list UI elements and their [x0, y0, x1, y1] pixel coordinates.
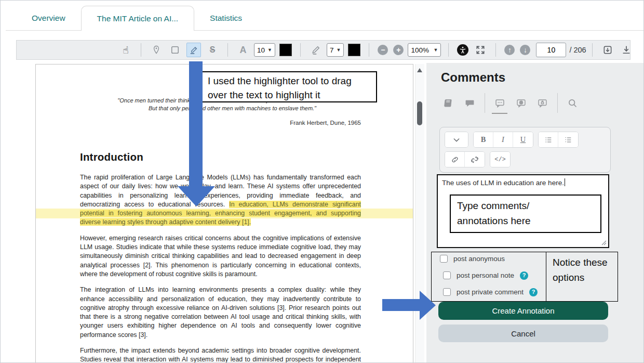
bold-button[interactable]: B: [474, 132, 493, 147]
export-icon[interactable]: [600, 43, 615, 57]
comment-editor-toolbar: B I U: [439, 127, 611, 173]
tab-statistics-label: Statistics: [210, 14, 242, 23]
icon-separator: [557, 93, 558, 113]
tab-overview-label: Overview: [32, 14, 65, 23]
accessibility-icon[interactable]: [457, 44, 468, 56]
unlink-icon: [471, 155, 479, 164]
quote-attribution: Frank Herbert, Dune, 1965: [104, 119, 361, 127]
options-note-text: Notice these options: [553, 255, 612, 285]
pin-tool-icon[interactable]: [149, 43, 164, 57]
toolbar-separator: [300, 43, 301, 57]
notes-icon[interactable]: [442, 97, 454, 109]
download-icon[interactable]: [619, 43, 634, 57]
icon-separator: [485, 93, 485, 113]
caret-down-icon: ▼: [267, 47, 272, 53]
create-annotation-button[interactable]: Create Annotation: [438, 302, 608, 320]
font-size-icon: A: [236, 43, 250, 57]
comment-text: The uses of LLM in education are here.: [442, 179, 564, 187]
list-ol-icon: [564, 136, 572, 144]
italic-button[interactable]: I: [493, 132, 513, 147]
pdf-toolbar: ☝ S A 10 ▼: [16, 40, 630, 60]
numbered-list-button[interactable]: [558, 132, 578, 147]
text-cursor: [565, 178, 565, 186]
toolbar-separator: [448, 43, 449, 57]
chevron-down-icon: [452, 136, 461, 144]
comment-note-callout: Type comments/ annotations here: [450, 195, 601, 233]
comments-title: Comments: [441, 70, 644, 85]
resize-handle-icon[interactable]: [601, 240, 607, 245]
stroke-color-swatch[interactable]: [348, 44, 360, 56]
paragraph-3: The integration of LLMs into learning en…: [80, 286, 361, 340]
zoom-in-icon[interactable]: +: [393, 45, 404, 55]
page-count-label: / 206: [569, 46, 586, 54]
bulleted-list-button[interactable]: [539, 132, 558, 147]
paragraph-2: However, emerging research raises critic…: [80, 234, 361, 279]
tabbar: Overview The MIT Article on AI... Statis…: [16, 6, 258, 31]
public-comments-filter-icon[interactable]: [515, 97, 527, 109]
comments-icon-row: [442, 93, 644, 113]
paragraph-4: Furthermore, the impact extends beyond a…: [80, 346, 361, 363]
right-arrow-annotation: [382, 290, 436, 320]
code-button[interactable]: </>: [490, 152, 510, 167]
next-page-icon[interactable]: ↓: [520, 45, 530, 55]
fullscreen-icon[interactable]: [473, 43, 488, 57]
scrollbar-thumb[interactable]: [417, 101, 422, 125]
link-icon: [451, 155, 459, 164]
strikeout-tool-icon[interactable]: S: [205, 43, 220, 57]
tab-statistics[interactable]: Statistics: [194, 6, 258, 31]
search-icon[interactable]: [566, 97, 579, 109]
toolbar-separator: [227, 43, 228, 57]
zoom-level-select[interactable]: 100% ▼: [408, 43, 441, 57]
zoom-out-icon[interactable]: −: [378, 45, 388, 55]
scroll-up-icon[interactable]: [417, 68, 422, 72]
stroke-size-select[interactable]: 7 ▼: [327, 43, 344, 57]
previous-page-icon[interactable]: ↑: [504, 45, 515, 55]
link-button[interactable]: [445, 152, 465, 167]
hand-tool-icon[interactable]: ☝: [118, 43, 133, 57]
expand-editor-toolbar-button[interactable]: [445, 132, 468, 147]
pencil-tool-icon[interactable]: [308, 43, 323, 57]
private-comments-filter-icon[interactable]: [536, 97, 548, 109]
caret-down-icon: ▼: [433, 47, 438, 53]
toolbar-separator: [369, 43, 369, 57]
font-color-swatch[interactable]: [279, 44, 292, 56]
toolbar-separator: [141, 43, 141, 57]
quote-line-2: But that only permitted other men with m…: [104, 105, 361, 112]
highlighter-tool-icon[interactable]: [186, 43, 201, 57]
paragraph-1: The rapid proliferation of Large Languag…: [80, 173, 361, 227]
tab-mit-article-label: The MIT Article on AI...: [97, 14, 179, 23]
cancel-button[interactable]: Cancel: [438, 325, 608, 342]
list-ul-icon: [544, 136, 553, 144]
app-window: Overview The MIT Article on AI... Statis…: [0, 0, 644, 363]
unlink-button[interactable]: [465, 152, 485, 167]
options-note-callout: Notice these options: [431, 252, 618, 302]
highlighter-note-callout: I used the highlighter tool to drag over…: [201, 71, 377, 102]
toolbar-separator: [592, 43, 593, 57]
down-arrow-annotation: [177, 61, 216, 207]
chat-icon[interactable]: [463, 97, 476, 109]
rectangle-tool-icon[interactable]: [168, 43, 182, 57]
tab-mit-article[interactable]: The MIT Article on AI...: [81, 6, 195, 31]
section-heading: Introduction: [80, 151, 361, 163]
underline-button[interactable]: U: [513, 132, 533, 147]
font-size-select[interactable]: 10 ▼: [254, 43, 275, 57]
caret-down-icon: ▼: [336, 47, 341, 53]
page-number-input[interactable]: [536, 43, 566, 57]
pdf-page-content: "Once men turned their thinking over to …: [36, 64, 413, 363]
all-comments-filter-icon[interactable]: [493, 97, 506, 109]
toolbar-separator: [495, 43, 496, 57]
callout-divider: [546, 252, 546, 301]
tab-overview[interactable]: Overview: [16, 6, 81, 31]
pdf-page[interactable]: "Once men turned their thinking over to …: [35, 64, 413, 363]
